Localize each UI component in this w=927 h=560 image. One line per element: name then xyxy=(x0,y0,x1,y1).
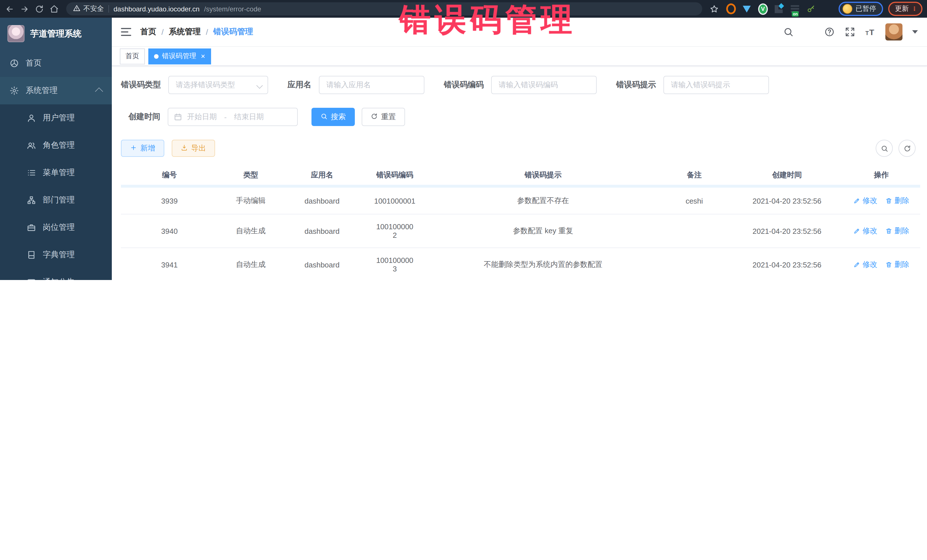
breadcrumb-separator: / xyxy=(161,27,164,36)
error-type-placeholder: 请选择错误码类型 xyxy=(176,80,235,90)
column-header-应用名: 应用名 xyxy=(284,165,360,186)
sidebar-item-用户管理[interactable]: 用户管理 xyxy=(0,104,112,132)
blue-gem-icon[interactable] xyxy=(742,4,752,14)
toggle-search-button[interactable] xyxy=(876,140,893,157)
close-icon[interactable]: × xyxy=(201,52,205,60)
breadcrumb-item-首页[interactable]: 首页 xyxy=(140,27,156,37)
chrome-menu-icon[interactable]: ⁝ xyxy=(913,7,916,11)
delete-link[interactable]: 删除 xyxy=(885,226,909,236)
app-name-label: 应用名 xyxy=(287,80,312,90)
logo[interactable]: 芋道管理系统 xyxy=(0,18,112,50)
url-path: /system/error-code xyxy=(204,5,261,13)
chrome-update-button[interactable]: 更新 ⁝ xyxy=(888,2,922,16)
search-button-label: 搜索 xyxy=(331,112,346,122)
collapse-sidebar-icon[interactable] xyxy=(121,28,131,36)
users-icon xyxy=(26,141,36,150)
sidebar-item-首页[interactable]: 首页 xyxy=(0,50,112,77)
chevron-up-icon xyxy=(95,88,103,96)
tab-错误码管理[interactable]: 错误码管理× xyxy=(148,48,211,64)
list-on-icon[interactable]: on xyxy=(790,4,800,14)
reset-button[interactable]: 重置 xyxy=(362,108,405,126)
error-code-input[interactable]: 请输入错误码编码 xyxy=(491,76,597,94)
sidebar-item-菜单管理[interactable]: 菜单管理 xyxy=(0,159,112,187)
error-code-placeholder: 请输入错误码编码 xyxy=(498,80,558,90)
green-key-icon[interactable] xyxy=(806,4,816,14)
green-circle-icon[interactable]: V xyxy=(758,4,768,14)
refresh-table-button[interactable] xyxy=(898,140,916,157)
calendar-icon xyxy=(174,113,182,121)
reset-button-label: 重置 xyxy=(381,112,396,122)
breadcrumb-item-错误码管理[interactable]: 错误码管理 xyxy=(213,27,253,37)
filter-row-1: 错误码类型 请选择错误码类型 应用名 请输入应用名 错误码编码 xyxy=(121,76,918,94)
forward-icon[interactable] xyxy=(20,4,29,14)
date-separator: - xyxy=(224,112,227,121)
edit-link[interactable]: 修改 xyxy=(853,196,877,206)
sidebar-item-label: 菜单管理 xyxy=(43,168,75,178)
edit-link[interactable]: 修改 xyxy=(853,260,877,270)
fullscreen-icon[interactable] xyxy=(844,27,855,37)
table-toolbar: 新增 导出 xyxy=(121,140,918,157)
sidebar-item-部门管理[interactable]: 部门管理 xyxy=(0,187,112,214)
extension-paused-pill[interactable]: 已暂停 xyxy=(839,2,883,16)
pencil-icon xyxy=(853,261,860,268)
cell-app: dashboard xyxy=(284,248,360,280)
sidebar-item-label: 用户管理 xyxy=(43,113,75,123)
sidebar-item-系统管理[interactable]: 系统管理 xyxy=(0,77,112,104)
export-button-label: 导出 xyxy=(191,143,206,153)
orange-ring-icon[interactable] xyxy=(726,4,736,14)
search-icon[interactable] xyxy=(783,27,793,37)
font-size-icon[interactable]: TT xyxy=(865,27,876,37)
add-button[interactable]: 新增 xyxy=(121,140,164,157)
not-secure-indicator[interactable]: 不安全 xyxy=(73,4,104,14)
breadcrumb: 首页/系统管理/错误码管理 xyxy=(140,27,253,37)
cell-remark xyxy=(657,214,731,248)
svg-text:T: T xyxy=(869,28,874,37)
back-icon[interactable] xyxy=(5,4,14,14)
sidebar-menu: 首页系统管理用户管理角色管理菜单管理部门管理岗位管理字典管理通知公告审计日志在线… xyxy=(0,50,112,280)
sidebar-item-通知公告[interactable]: 通知公告 xyxy=(0,269,112,280)
create-time-range-picker[interactable]: 开始日期 - 结束日期 xyxy=(168,108,298,126)
error-msg-input[interactable]: 请输入错误码提示 xyxy=(663,76,769,94)
reload-icon[interactable] xyxy=(34,4,44,14)
breadcrumb-item-系统管理[interactable]: 系统管理 xyxy=(169,27,201,37)
export-button[interactable]: 导出 xyxy=(172,140,215,157)
caret-down-icon[interactable] xyxy=(912,30,918,33)
edit-link[interactable]: 修改 xyxy=(853,226,877,236)
error-type-select[interactable]: 请选择错误码类型 xyxy=(168,76,268,94)
cell-id: 3941 xyxy=(121,248,218,280)
sidebar-item-岗位管理[interactable]: 岗位管理 xyxy=(0,214,112,241)
search-button[interactable]: 搜索 xyxy=(312,108,355,126)
delete-link[interactable]: 删除 xyxy=(885,196,909,206)
paused-label: 已暂停 xyxy=(856,4,876,14)
column-header-编号: 编号 xyxy=(121,165,218,186)
sidebar-item-角色管理[interactable]: 角色管理 xyxy=(0,132,112,159)
tags-view-bar: 首页错误码管理× xyxy=(112,47,927,66)
delete-link[interactable]: 删除 xyxy=(885,260,909,270)
tab-首页[interactable]: 首页 xyxy=(120,48,145,64)
github-icon[interactable] xyxy=(803,27,814,37)
trash-icon xyxy=(885,261,892,268)
cell-app: dashboard xyxy=(284,214,360,248)
column-header-创建时间: 创建时间 xyxy=(731,165,843,186)
top-navbar: 首页/系统管理/错误码管理 TT xyxy=(112,18,927,47)
cell-id: 3939 xyxy=(121,186,218,214)
bookmark-star-icon[interactable] xyxy=(710,4,719,14)
error-msg-label: 错误码提示 xyxy=(616,80,656,90)
column-header-错误码编码: 错误码编码 xyxy=(360,165,429,186)
cell-actions: 修改删除 xyxy=(843,186,920,214)
update-label: 更新 xyxy=(895,4,909,14)
app-name-input[interactable]: 请输入应用名 xyxy=(319,76,424,94)
user-avatar[interactable] xyxy=(885,23,903,41)
home-icon[interactable] xyxy=(49,4,59,14)
squares-icon[interactable] xyxy=(774,4,784,14)
address-bar[interactable]: 不安全 dashboard.yudao.iocoder.cn/system/er… xyxy=(66,2,702,15)
download-icon xyxy=(181,144,188,153)
tab-label: 首页 xyxy=(126,51,139,61)
sidebar-item-字典管理[interactable]: 字典管理 xyxy=(0,241,112,269)
breadcrumb-separator: / xyxy=(206,27,208,36)
table-row: 3939手动编辑dashboard1001000001参数配置不存在ceshi2… xyxy=(121,186,920,214)
puzzle-icon[interactable] xyxy=(822,4,832,14)
help-icon[interactable] xyxy=(824,27,834,37)
search-icon xyxy=(321,112,327,121)
column-header-错误码提示: 错误码提示 xyxy=(429,165,657,186)
